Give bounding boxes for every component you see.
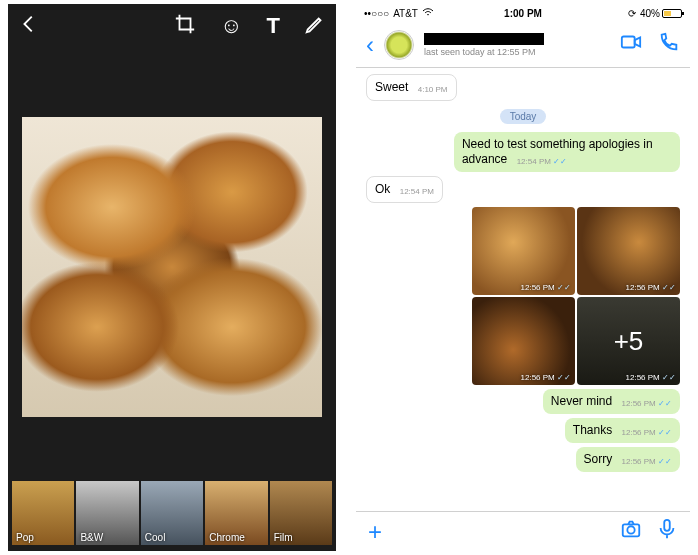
message-text: Never mind <box>551 394 612 408</box>
svg-rect-0 <box>622 37 635 48</box>
signal-icon: ••○○○ <box>364 8 389 19</box>
filter-film[interactable]: Film <box>270 481 332 545</box>
message-text: Sweet <box>375 80 408 94</box>
message-list[interactable]: Sweet 4:10 PM Today Need to test somethi… <box>356 68 690 511</box>
add-attachment-icon[interactable]: + <box>368 518 382 546</box>
contact-name-area[interactable]: last seen today at 12:55 PM <box>424 33 610 57</box>
voice-call-icon[interactable] <box>658 31 680 58</box>
message-in[interactable]: Sweet 4:10 PM <box>366 74 457 101</box>
svg-point-2 <box>627 526 634 533</box>
text-tool-icon[interactable]: T <box>267 13 280 39</box>
svg-rect-3 <box>664 519 670 530</box>
photo-preview <box>22 117 322 417</box>
last-seen: last seen today at 12:55 PM <box>424 47 610 57</box>
microphone-icon[interactable] <box>656 518 678 546</box>
editor-canvas[interactable] <box>8 48 336 479</box>
message-time: 12:54 PM <box>400 187 434 197</box>
photo-editor: ☺ T Pop B&W Cool Chrome Film <box>8 4 336 551</box>
media-thumbnail[interactable]: 12:56 PM ✓✓ <box>472 297 575 385</box>
status-bar: ••○○○ AT&T 1:00 PM ⟳ 40% <box>356 4 690 22</box>
message-time: 12:54 PM ✓✓ <box>517 157 567 167</box>
contact-name-redacted <box>424 33 544 45</box>
emoji-icon[interactable]: ☺ <box>220 13 242 39</box>
message-text: Ok <box>375 182 390 196</box>
message-text: Sorry <box>584 452 613 466</box>
filter-chrome[interactable]: Chrome <box>205 481 267 545</box>
back-icon[interactable]: ‹ <box>366 31 374 59</box>
date-separator: Today <box>500 109 547 124</box>
message-out[interactable]: Sorry 12:56 PM ✓✓ <box>576 447 681 472</box>
chat-screen: ••○○○ AT&T 1:00 PM ⟳ 40% ‹ last seen tod… <box>356 4 690 551</box>
filter-pop[interactable]: Pop <box>12 481 74 545</box>
message-in[interactable]: Ok 12:54 PM <box>366 176 443 203</box>
wifi-icon <box>422 7 434 19</box>
video-call-icon[interactable] <box>620 31 642 58</box>
pencil-icon[interactable] <box>304 13 326 39</box>
back-icon[interactable] <box>18 13 40 39</box>
message-out[interactable]: Need to test something apologies in adva… <box>454 132 680 172</box>
message-time: 4:10 PM <box>418 85 448 95</box>
filter-cool[interactable]: Cool <box>141 481 203 545</box>
message-out[interactable]: Thanks 12:56 PM ✓✓ <box>565 418 680 443</box>
filter-strip[interactable]: Pop B&W Cool Chrome Film <box>8 479 336 551</box>
carrier-label: AT&T <box>393 8 418 19</box>
message-text: Thanks <box>573 423 612 437</box>
editor-toolbar: ☺ T <box>8 4 336 48</box>
clock: 1:00 PM <box>504 8 542 19</box>
media-thumbnail[interactable]: 12:56 PM ✓✓ <box>577 207 680 295</box>
input-bar: + <box>356 511 690 551</box>
rotation-lock-icon: ⟳ <box>628 8 636 19</box>
message-out[interactable]: Never mind 12:56 PM ✓✓ <box>543 389 680 414</box>
battery-indicator: 40% <box>640 8 682 19</box>
filter-bw[interactable]: B&W <box>76 481 138 545</box>
media-thumbnail[interactable]: 12:56 PM ✓✓ <box>472 207 575 295</box>
camera-icon[interactable] <box>620 518 642 546</box>
overflow-count: +5 <box>614 326 644 357</box>
crop-icon[interactable] <box>174 13 196 39</box>
media-grid[interactable]: 12:56 PM ✓✓ 12:56 PM ✓✓ 12:56 PM ✓✓ +5 1… <box>472 207 680 385</box>
chat-header: ‹ last seen today at 12:55 PM <box>356 22 690 68</box>
media-overflow-tile[interactable]: +5 12:56 PM ✓✓ <box>577 297 680 385</box>
avatar[interactable] <box>384 30 414 60</box>
